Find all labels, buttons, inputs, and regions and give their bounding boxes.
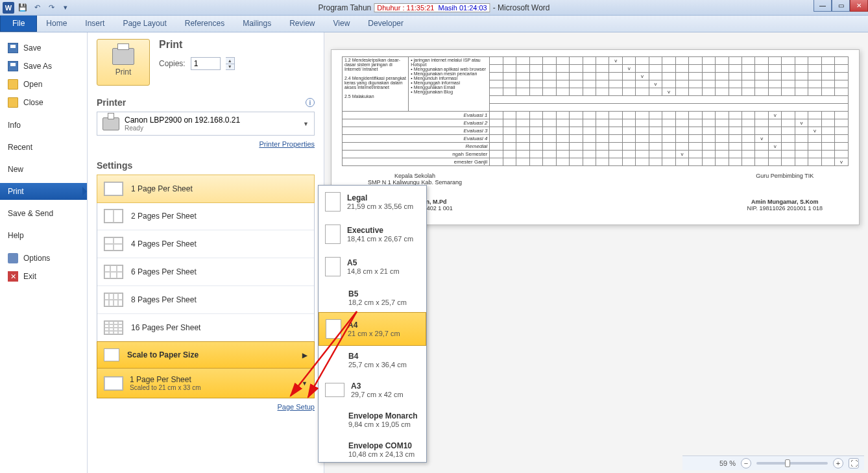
paper-size-a4[interactable]: A421 cm x 29,7 cm (319, 312, 426, 346)
printer-small-icon (102, 117, 119, 130)
paper-size-envelope-monarch[interactable]: Envelope Monarch9,84 cm x 19,05 cm (319, 405, 426, 435)
page-setup-link[interactable]: Page Setup (278, 403, 315, 411)
printer-name: Canon LBP2900 on 192.168.0.21 (125, 115, 240, 125)
paper-sheet-icon (325, 224, 341, 244)
sidebar-new[interactable]: New (0, 161, 87, 178)
paper-size-a5[interactable]: A514,8 cm x 21 cm (319, 250, 426, 283)
sidebar-save-as[interactable]: Save As (0, 57, 87, 75)
zoom-slider[interactable] (756, 462, 828, 465)
page-6-icon (104, 265, 123, 279)
copies-spinner[interactable]: ▲▼ (226, 57, 235, 70)
file-tab[interactable]: File (0, 16, 37, 32)
sidebar-recent[interactable]: Recent (0, 139, 87, 156)
sidebar-exit[interactable]: ✕Exit (0, 267, 87, 285)
printer-icon (112, 48, 134, 65)
tab-mailings[interactable]: Mailings (234, 16, 280, 32)
paper-sheet-icon (325, 257, 341, 276)
titlebar: W 💾 ↶ ↷ ▾ Program Tahun Dhuhur : 11:35:2… (0, 0, 868, 16)
document-name: Program Tahun (318, 3, 371, 12)
page-current-icon (104, 376, 123, 391)
close-button[interactable]: ✕ (850, 0, 868, 12)
sidebar-open[interactable]: Open (0, 75, 87, 93)
sidebar-save-send[interactable]: Save & Send (0, 205, 87, 222)
scale-icon (104, 348, 119, 361)
tab-review[interactable]: Review (280, 16, 324, 32)
qat-customize-icon[interactable]: ▾ (60, 2, 71, 14)
zoom-out-button[interactable]: − (741, 458, 751, 468)
save-as-icon (8, 61, 18, 71)
printer-section-header: Printer (97, 97, 126, 108)
scale-to-paper-size[interactable]: Scale to Paper Size ▶ (97, 341, 315, 369)
prayer-time-widget: Dhuhur : 11:35:21 Masih 01:24:03 (374, 3, 490, 12)
backstage-sidebar: Save Save As Open Close Info Recent New … (0, 32, 88, 473)
pps-16[interactable]: 16 Pages Per Sheet (97, 314, 314, 342)
tab-references[interactable]: References (176, 16, 234, 32)
folder-close-icon (8, 97, 18, 108)
sidebar-help[interactable]: Help (0, 227, 87, 244)
qat-save-icon[interactable]: 💾 (17, 2, 29, 14)
paper-size-popup: Legal21,59 cm x 35,56 cmExecutive18,41 c… (318, 185, 427, 463)
paper-size-executive[interactable]: Executive18,41 cm x 26,67 cm (319, 218, 426, 250)
pps-6[interactable]: 6 Pages Per Sheet (97, 258, 314, 286)
backstage: Save Save As Open Close Info Recent New … (0, 32, 868, 473)
paper-size-envelope-com10[interactable]: Envelope COM1010,48 cm x 24,13 cm (319, 435, 426, 463)
tab-home[interactable]: Home (37, 16, 76, 32)
page-1-icon (104, 182, 123, 196)
save-icon (8, 43, 18, 53)
copies-input[interactable] (191, 57, 221, 70)
tab-developer[interactable]: Developer (359, 16, 413, 32)
pps-current[interactable]: 1 Page Per Sheet Scaled to 21 cm x 33 cm… (97, 368, 315, 398)
sidebar-print[interactable]: Print (0, 183, 87, 200)
zoom-fit-button[interactable]: ⛶ (849, 458, 859, 468)
page-2-icon (104, 209, 123, 223)
chevron-down-icon: ▼ (303, 121, 309, 127)
info-icon[interactable]: i (306, 98, 315, 107)
qat-undo-icon[interactable]: ↶ (31, 2, 43, 14)
tab-page-layout[interactable]: Page Layout (114, 16, 175, 32)
page-8-icon (104, 293, 123, 307)
quick-access-toolbar: W 💾 ↶ ↷ ▾ (0, 2, 71, 14)
print-button[interactable]: Print (97, 39, 150, 86)
printer-properties-link[interactable]: Printer Properties (259, 140, 315, 148)
paper-sheet-icon (326, 319, 341, 339)
page-16-icon (104, 321, 123, 335)
tab-view[interactable]: View (324, 16, 359, 32)
qat-redo-icon[interactable]: ↷ (45, 2, 57, 14)
paper-sheet-icon (325, 383, 344, 397)
zoom-in-button[interactable]: + (833, 458, 843, 468)
minimize-button[interactable]: — (814, 0, 832, 12)
pps-4[interactable]: 4 Pages Per Sheet (97, 230, 314, 258)
sidebar-close[interactable]: Close (0, 93, 87, 112)
copies-label: Copies: (159, 59, 186, 68)
printer-status: Ready (125, 125, 240, 132)
pps-8[interactable]: 8 Pages Per Sheet (97, 286, 314, 314)
paper-size-a3[interactable]: A329,7 cm x 42 cm (319, 375, 426, 405)
pps-1[interactable]: 1 Page Per Sheet (97, 175, 315, 203)
sidebar-info[interactable]: Info (0, 117, 87, 134)
preview-table: 1.2 Mendeskripsikan dasar-dasar sistem j… (342, 56, 849, 166)
folder-open-icon (8, 79, 18, 90)
paper-sheet-icon (325, 192, 341, 212)
exit-icon: ✕ (8, 271, 18, 282)
paper-size-b4[interactable]: B425,7 cm x 36,4 cm (319, 345, 426, 375)
paper-size-b5[interactable]: B518,2 cm x 25,7 cm (319, 283, 426, 313)
app-name: - Microsoft Word (493, 3, 550, 12)
chevron-right-icon: ▶ (302, 352, 307, 359)
tab-insert[interactable]: Insert (76, 16, 114, 32)
zoom-bar: 59 % − + ⛶ (682, 455, 864, 470)
printer-dropdown[interactable]: Canon LBP2900 on 192.168.0.21 Ready ▼ (97, 112, 315, 136)
print-title: Print (159, 39, 235, 51)
print-panel: Print Print Copies: ▲▼ Printeri Canon LB… (88, 32, 324, 473)
chevron-down-icon: ▼ (302, 380, 307, 387)
ribbon: File Home Insert Page Layout References … (0, 16, 868, 32)
maximize-button[interactable]: ▭ (832, 0, 850, 12)
word-icon: W (3, 2, 14, 14)
zoom-percent: 59 % (719, 459, 736, 467)
paper-size-legal[interactable]: Legal21,59 cm x 35,56 cm (319, 186, 426, 218)
sidebar-options[interactable]: Options (0, 249, 87, 267)
pps-2[interactable]: 2 Pages Per Sheet (97, 202, 314, 230)
pages-per-sheet-menu: 1 Page Per Sheet 2 Pages Per Sheet 4 Pag… (97, 175, 315, 398)
sidebar-save[interactable]: Save (0, 39, 87, 57)
window-title: Program Tahun Dhuhur : 11:35:21 Masih 01… (318, 3, 549, 12)
window-controls: — ▭ ✕ (814, 0, 868, 12)
